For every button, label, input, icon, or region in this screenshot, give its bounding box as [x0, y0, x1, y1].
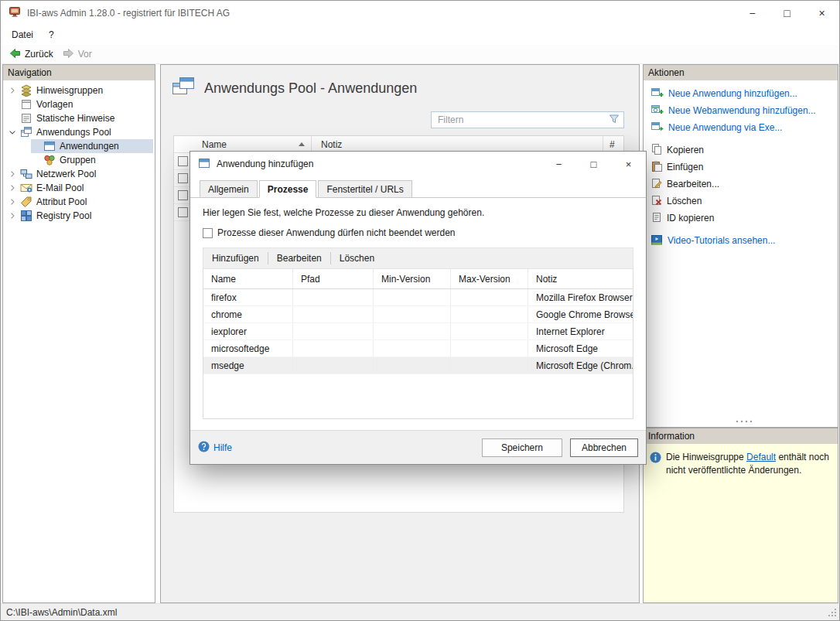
sidebar-item-label: Anwendungen: [60, 141, 119, 152]
edit-process-button[interactable]: Bearbeiten: [270, 249, 329, 268]
column-header-count[interactable]: #: [603, 136, 623, 152]
dialog-maximize-button[interactable]: □: [576, 152, 611, 176]
process-row-msedge[interactable]: msedge Microsoft Edge (Chrom...: [203, 357, 633, 374]
chevron-right-icon[interactable]: [6, 197, 19, 206]
new-application-exe-icon: [651, 121, 664, 135]
action-bearbeiten[interactable]: Bearbeiten...: [650, 176, 838, 193]
row-checkbox[interactable]: [178, 190, 188, 200]
process-pfad: [293, 323, 374, 340]
process-min: [374, 340, 451, 357]
chevron-right-icon[interactable]: [6, 183, 19, 193]
chevron-right-icon[interactable]: [6, 211, 19, 220]
forward-label: Vor: [78, 49, 92, 60]
save-button[interactable]: Speichern: [482, 438, 562, 457]
process-column-min[interactable]: Min-Version: [374, 269, 451, 288]
sidebar-item-attribut-pool[interactable]: Attribut Pool: [3, 195, 155, 209]
chevron-right-icon[interactable]: [6, 86, 19, 95]
sidebar-item-anwendungen[interactable]: Anwendungen: [3, 139, 155, 153]
row-checkbox[interactable]: [178, 156, 188, 166]
attribut-pool-icon: [20, 196, 32, 208]
sidebar-item-vorlagen[interactable]: Vorlagen: [3, 97, 155, 111]
dialog-title: Anwendung hinzufügen: [217, 159, 313, 169]
column-header-notiz[interactable]: Notiz: [312, 136, 603, 152]
action-loeschen[interactable]: Löschen: [650, 193, 838, 210]
process-max: [451, 323, 528, 340]
actions-panel: Aktionen Neue Anwendung hinzufügen... Ne…: [643, 64, 838, 428]
new-application-icon: [651, 87, 664, 101]
sidebar-item-gruppen[interactable]: Gruppen: [3, 153, 155, 167]
action-label: ID kopieren: [667, 213, 714, 223]
process-column-pfad[interactable]: Pfad: [293, 269, 374, 288]
filter-input[interactable]: [433, 114, 609, 125]
tab-allgemein[interactable]: Allgemein: [200, 180, 258, 198]
copy-icon: [651, 144, 662, 157]
sidebar-item-registry-pool[interactable]: Registry Pool: [3, 209, 155, 223]
process-row-firefox[interactable]: firefox Mozilla Firefox Browser: [203, 289, 633, 306]
process-row-microsoftedge[interactable]: microsoftedge Microsoft Edge: [203, 340, 633, 357]
minimize-button[interactable]: −: [735, 1, 770, 25]
process-pfad: [293, 357, 374, 374]
filter-funnel-icon[interactable]: [609, 114, 620, 127]
anwendungen-icon: [43, 140, 56, 152]
action-neue-anwendung[interactable]: Neue Anwendung hinzufügen...: [650, 85, 838, 102]
back-button[interactable]: Zurück: [7, 46, 60, 63]
sidebar-item-label: Statische Hinweise: [36, 113, 114, 124]
column-notiz-label: Notiz: [321, 139, 342, 150]
delete-icon: [651, 195, 662, 208]
row-checkbox[interactable]: [178, 173, 188, 183]
titlebar: IBI-aws Admin 1.28.0 - registriert für I…: [1, 1, 839, 25]
cancel-button[interactable]: Abbrechen: [570, 438, 638, 457]
process-row-chrome[interactable]: chrome Google Chrome Browser: [203, 306, 633, 323]
process-column-max[interactable]: Max-Version: [451, 269, 528, 288]
information-header: Information: [644, 428, 838, 444]
dialog-minimize-button[interactable]: −: [541, 152, 576, 176]
forward-button[interactable]: Vor: [60, 46, 99, 63]
chevron-right-icon[interactable]: [6, 169, 19, 179]
action-video-tutorials[interactable]: Video-Tutorials ansehen...: [650, 232, 838, 249]
action-kopieren[interactable]: Kopieren: [650, 142, 838, 159]
resize-grip[interactable]: [827, 607, 837, 617]
sidebar-item-label: Gruppen: [60, 155, 96, 165]
close-button[interactable]: ×: [804, 1, 839, 25]
help-link[interactable]: Hilfe: [198, 441, 232, 455]
dialog-close-button[interactable]: ×: [611, 152, 646, 176]
data-file-path: C:\IBI-aws\Admin\Data.xml: [6, 607, 117, 618]
menu-help[interactable]: ?: [41, 26, 62, 43]
process-pfad: [293, 306, 374, 322]
sidebar-item-statische-hinweise[interactable]: Statische Hinweise: [3, 111, 155, 125]
chevron-down-icon[interactable]: [6, 128, 19, 137]
delete-process-button[interactable]: Löschen: [333, 249, 381, 268]
action-einfuegen[interactable]: Einfügen: [650, 159, 838, 176]
copy-id-icon: [651, 212, 662, 225]
process-name: iexplorer: [203, 323, 293, 340]
menu-datei[interactable]: Datei: [4, 26, 41, 43]
sidebar-item-email-pool[interactable]: E-Mail Pool: [3, 181, 155, 195]
no-terminate-checkbox[interactable]: [203, 228, 213, 238]
info-text-before: Die Hinweisgruppe: [666, 452, 746, 462]
process-table-header: Name Pfad Min-Version Max-Version Notiz: [203, 269, 633, 289]
sidebar-item-anwendungs-pool[interactable]: Anwendungs Pool: [3, 125, 155, 139]
process-name: msedge: [203, 357, 293, 374]
action-neue-webanwendung[interactable]: Neue Webanwendung hinzufügen...: [650, 102, 838, 119]
column-header-name[interactable]: Name: [193, 136, 312, 152]
row-checkbox[interactable]: [178, 207, 188, 217]
dialog-tabs: Allgemein Prozesse Fenstertitel / URLs: [190, 176, 646, 198]
default-group-link[interactable]: Default: [746, 452, 776, 462]
tab-prozesse[interactable]: Prozesse: [259, 180, 317, 198]
process-notiz: Microsoft Edge: [528, 340, 633, 357]
tab-fenstertitel-urls[interactable]: Fenstertitel / URLs: [318, 180, 411, 198]
back-label: Zurück: [25, 49, 53, 60]
process-row-iexplorer[interactable]: iexplorer Internet Explorer: [203, 323, 633, 340]
action-id-kopieren[interactable]: ID kopieren: [650, 210, 838, 227]
no-terminate-checkbox-row: Prozesse dieser Anwendung dürfen nicht b…: [203, 227, 633, 238]
process-column-notiz[interactable]: Notiz: [528, 269, 633, 288]
maximize-button[interactable]: □: [770, 1, 804, 25]
action-neue-anwendung-via-exe[interactable]: Neue Anwendung via Exe...: [650, 119, 838, 136]
sidebar-item-hinweisgruppen[interactable]: Hinweisgruppen: [3, 84, 155, 97]
process-column-name[interactable]: Name: [203, 269, 293, 288]
process-name: chrome: [203, 306, 293, 322]
panel-splitter-handle[interactable]: [736, 415, 753, 427]
add-process-button[interactable]: Hinzufügen: [205, 249, 266, 268]
action-label: Einfügen: [667, 162, 703, 172]
sidebar-item-netzwerk-pool[interactable]: Netzwerk Pool: [3, 167, 155, 181]
